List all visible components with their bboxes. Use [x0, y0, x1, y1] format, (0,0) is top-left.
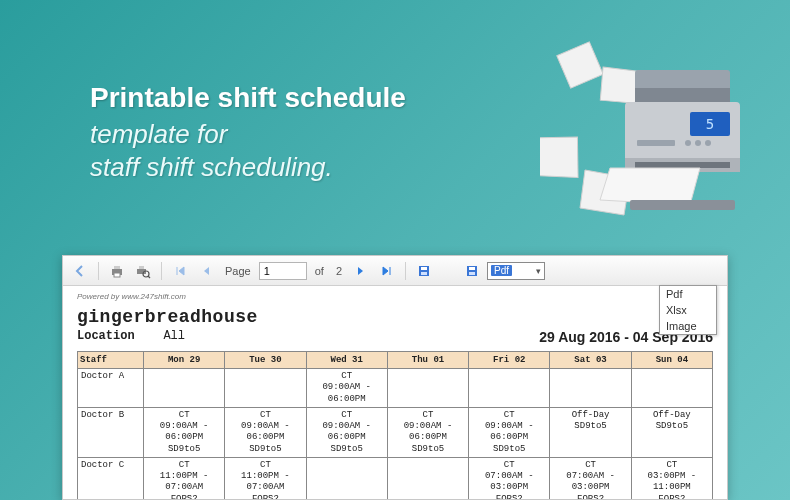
- table-row: Doctor BCT 09:00AM - 06:00PM SD9to5CT 09…: [78, 407, 713, 457]
- toolbar: Page of 2 Pdf ▾: [63, 256, 727, 286]
- report-window: Page of 2 Pdf ▾ Pdf Xlsx Image Powered b…: [62, 255, 728, 500]
- company-name: gingerbreadhouse: [77, 307, 713, 327]
- location-value: All: [163, 329, 185, 343]
- shift-cell: CT 03:00PM - 11:00PM FORS2: [631, 457, 712, 500]
- toolbar-separator: [161, 262, 162, 280]
- toolbar-separator: [98, 262, 99, 280]
- location-label: Location: [77, 329, 135, 343]
- export-format-select[interactable]: Pdf ▾: [487, 262, 545, 280]
- svg-marker-15: [600, 168, 700, 205]
- hero-sub-2: staff shift scheduling.: [90, 152, 333, 182]
- hero-sub-1: template for: [90, 119, 227, 149]
- shift-cell: [550, 369, 631, 408]
- table-header-cell: Sat 03: [550, 352, 631, 369]
- table-row: Doctor CCT 11:00PM - 07:00AM FORS2CT 11:…: [78, 457, 713, 500]
- hero-text: Printable shift schedule template for st…: [90, 82, 406, 183]
- toolbar-separator: [405, 262, 406, 280]
- table-header-cell: Fri 02: [469, 352, 550, 369]
- last-page-button[interactable]: [376, 260, 398, 282]
- hero-title: Printable shift schedule: [90, 82, 406, 114]
- table-header-cell: Tue 30: [225, 352, 306, 369]
- staff-cell: Doctor B: [78, 407, 144, 457]
- table-header-row: StaffMon 29Tue 30Wed 31Thu 01Fri 02Sat 0…: [78, 352, 713, 369]
- svg-rect-19: [114, 273, 120, 277]
- powered-by: Powered by www.247shift.com: [77, 292, 713, 301]
- print-preview-button[interactable]: [132, 260, 154, 282]
- shift-cell: [631, 369, 712, 408]
- shift-cell: CT 09:00AM - 06:00PM SD9to5: [306, 407, 387, 457]
- prev-page-button[interactable]: [195, 260, 217, 282]
- back-button[interactable]: [69, 260, 91, 282]
- page-label: Page: [221, 265, 255, 277]
- svg-rect-21: [139, 266, 144, 269]
- staff-cell: Doctor A: [78, 369, 144, 408]
- svg-rect-26: [421, 272, 427, 275]
- svg-marker-2: [540, 132, 583, 183]
- shift-cell: CT 07:00AM - 03:00PM FORS2: [469, 457, 550, 500]
- shift-cell: [469, 369, 550, 408]
- table-header-cell: Thu 01: [387, 352, 468, 369]
- export-option-image[interactable]: Image: [660, 318, 716, 334]
- table-header-cell: Sun 04: [631, 352, 712, 369]
- export-dropdown: Pdf Xlsx Image: [659, 285, 717, 335]
- first-page-button[interactable]: [169, 260, 191, 282]
- shift-cell: CT 09:00AM - 06:00PM SD9to5: [144, 407, 225, 457]
- svg-text:5: 5: [706, 116, 714, 132]
- svg-marker-0: [556, 41, 605, 90]
- export-button[interactable]: [461, 260, 483, 282]
- shift-cell: [306, 457, 387, 500]
- schedule-table: StaffMon 29Tue 30Wed 31Thu 01Fri 02Sat 0…: [77, 351, 713, 500]
- staff-cell: Doctor C: [78, 457, 144, 500]
- svg-point-12: [695, 140, 701, 146]
- shift-cell: [225, 369, 306, 408]
- shift-cell: CT 07:00AM - 03:00PM FORS2: [550, 457, 631, 500]
- shift-cell: CT 11:00PM - 07:00AM FORS2: [144, 457, 225, 500]
- shift-cell: CT 11:00PM - 07:00AM FORS2: [225, 457, 306, 500]
- table-row: Doctor ACT 09:00AM - 06:00PM: [78, 369, 713, 408]
- save-button[interactable]: [413, 260, 435, 282]
- svg-rect-29: [469, 272, 475, 275]
- printer-illustration: 5: [540, 40, 740, 230]
- svg-marker-1: [597, 65, 641, 106]
- shift-cell: CT 09:00AM - 06:00PM SD9to5: [225, 407, 306, 457]
- table-header-cell: Mon 29: [144, 352, 225, 369]
- shift-cell: [387, 369, 468, 408]
- shift-cell: [387, 457, 468, 500]
- page-number-input[interactable]: [259, 262, 307, 280]
- svg-rect-28: [469, 267, 475, 270]
- table-header-cell: Wed 31: [306, 352, 387, 369]
- export-option-xlsx[interactable]: Xlsx: [660, 302, 716, 318]
- svg-point-13: [705, 140, 711, 146]
- svg-rect-5: [635, 88, 730, 102]
- svg-rect-25: [421, 267, 427, 270]
- total-pages: 2: [332, 265, 346, 277]
- print-button[interactable]: [106, 260, 128, 282]
- shift-cell: Off-Day SD9to5: [550, 407, 631, 457]
- export-selected-value: Pdf: [491, 265, 512, 276]
- shift-cell: [144, 369, 225, 408]
- shift-cell: CT 09:00AM - 06:00PM SD9to5: [387, 407, 468, 457]
- table-header-cell: Staff: [78, 352, 144, 369]
- shift-cell: CT 09:00AM - 06:00PM: [306, 369, 387, 408]
- svg-rect-10: [637, 140, 675, 146]
- of-label: of: [311, 265, 328, 277]
- next-page-button[interactable]: [350, 260, 372, 282]
- export-option-pdf[interactable]: Pdf: [660, 286, 716, 302]
- report-body: Powered by www.247shift.com gingerbreadh…: [63, 286, 727, 500]
- svg-point-11: [685, 140, 691, 146]
- svg-rect-18: [114, 266, 120, 269]
- svg-rect-14: [635, 162, 730, 168]
- shift-cell: CT 09:00AM - 06:00PM SD9to5: [469, 407, 550, 457]
- svg-line-23: [148, 276, 150, 278]
- shift-cell: Off-Day SD9to5: [631, 407, 712, 457]
- chevron-down-icon: ▾: [536, 266, 541, 276]
- svg-rect-16: [630, 200, 735, 210]
